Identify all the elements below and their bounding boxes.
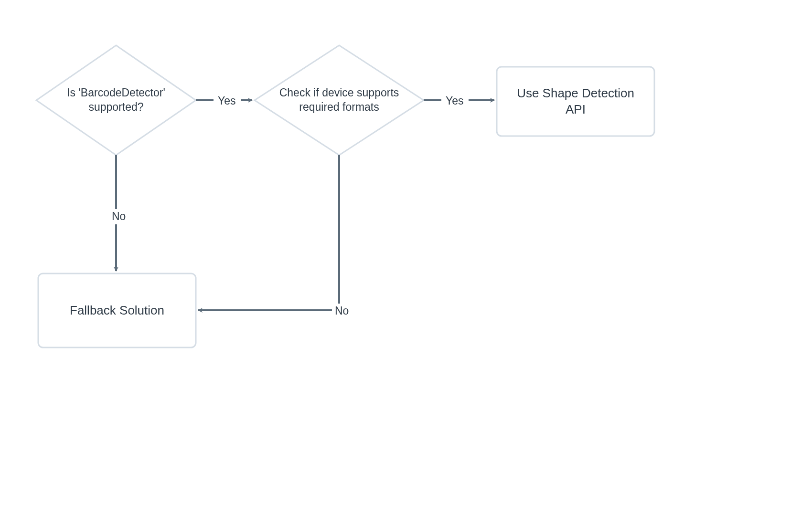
process-use-shape-detection-api xyxy=(497,67,654,136)
process-fallback-solution xyxy=(38,274,196,347)
flowchart-canvas xyxy=(0,0,812,505)
decision-barcode-detector xyxy=(36,45,196,155)
decision-device-formats xyxy=(255,45,424,155)
edge-d2-no-path xyxy=(198,155,339,310)
